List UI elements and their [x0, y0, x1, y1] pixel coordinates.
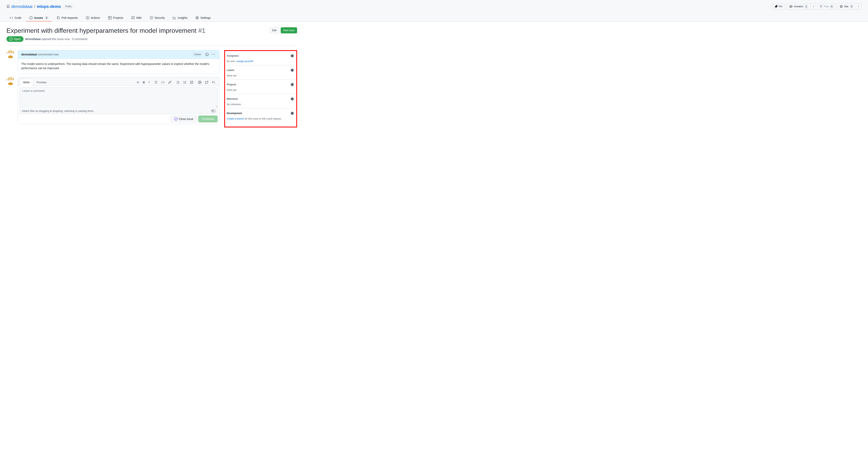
tab-actions[interactable]: Actions [83, 14, 103, 22]
pin-label: Pin [779, 4, 782, 8]
repo-icon [6, 5, 10, 8]
reference-tool[interactable] [204, 80, 209, 85]
assignees-prefix: No one— [227, 60, 237, 63]
milestone-body: No milestone [227, 103, 294, 106]
avatar[interactable] [6, 50, 14, 58]
fork-button-group: Fork 0 [818, 3, 835, 10]
main-column: demodataai commented now Owner [6, 50, 219, 127]
link-tool[interactable] [167, 80, 172, 85]
assign-yourself-link[interactable]: assign yourself [237, 60, 253, 63]
sidebar-milestone: Milestone No milestone [227, 94, 294, 108]
comment-box: demodataai commented now Owner [18, 50, 219, 74]
quote-icon [154, 81, 158, 84]
close-issue-button[interactable]: Close issue [171, 116, 197, 122]
comment-menu-button[interactable] [211, 52, 216, 57]
create-branch-link[interactable]: Create a branch [227, 117, 244, 120]
comment-time[interactable]: now [54, 53, 59, 56]
comment-actions: Close issue Comment [20, 114, 218, 122]
sidebar-development: Development Create a branch for this iss… [227, 108, 294, 123]
task-list-tool[interactable] [189, 80, 194, 85]
repo-name-link[interactable]: mlops-demo [37, 4, 61, 9]
close-issue-label: Close issue [179, 117, 193, 121]
editor-tabs: Write Preview [20, 79, 50, 86]
tab-projects[interactable]: Projects [105, 14, 127, 22]
divider [6, 45, 297, 45]
issue-meta-text: demodataai opened this issue now · 0 com… [25, 37, 87, 41]
comment-textarea[interactable] [20, 88, 218, 108]
bold-tool[interactable]: B [142, 80, 146, 85]
pin-button[interactable]: Pin [772, 3, 785, 9]
ol-tool[interactable] [182, 80, 187, 85]
code-tool[interactable] [160, 80, 165, 85]
graph-icon [173, 16, 176, 20]
add-reaction-button[interactable] [205, 52, 210, 57]
tab-code-label: Code [14, 16, 21, 20]
new-issue-button[interactable]: New issue [281, 27, 297, 33]
issue-open-icon [9, 37, 12, 41]
comment-button[interactable]: Comment [198, 116, 218, 122]
pull-request-icon [57, 16, 60, 20]
write-tab[interactable]: Write [20, 79, 33, 86]
fork-label: Fork [824, 4, 829, 8]
mention-tool[interactable] [197, 80, 202, 85]
tab-security-label: Security [155, 16, 165, 20]
repo-owner-link[interactable]: demodataai [11, 4, 33, 9]
repo-nav: Code Issues 1 Pull requests Actions Proj… [6, 14, 862, 22]
visibility-badge: Public [63, 5, 74, 8]
tab-settings[interactable]: Settings [192, 14, 214, 22]
development-gear[interactable] [290, 111, 294, 116]
checkbox-icon [190, 81, 193, 84]
edit-button[interactable]: Edit [270, 27, 279, 33]
comment-body: The model seems to underperform. The tra… [18, 59, 219, 74]
tab-wiki[interactable]: Wiki [128, 14, 145, 22]
star-dropdown[interactable] [856, 3, 862, 10]
tab-security[interactable]: Security [147, 14, 168, 22]
labels-gear[interactable] [290, 68, 294, 73]
comment-editor: Write Preview H B I [18, 77, 219, 124]
italic-tool[interactable]: I [148, 80, 150, 85]
tab-code[interactable]: Code [6, 14, 25, 22]
tab-insights-label: Insights [178, 16, 187, 20]
star-count: 0 [850, 4, 854, 9]
table-icon [108, 16, 112, 20]
repo-header: demodataai / mlops-demo Public Pin Unwat… [0, 0, 868, 22]
gear-icon [195, 16, 199, 20]
link-icon [168, 81, 172, 84]
fork-count: 0 [830, 4, 834, 9]
issue-meta-row: Open demodataai opened this issue now · … [6, 36, 297, 42]
preview-tab[interactable]: Preview [33, 79, 50, 86]
watch-dropdown[interactable] [811, 3, 816, 10]
kebab-icon [212, 53, 215, 56]
issue-closed-icon [174, 117, 178, 121]
mention-icon [198, 81, 202, 84]
saved-reply-tool[interactable] [211, 80, 216, 85]
heading-tool[interactable]: H [136, 80, 140, 85]
issue-title-text: Experiment with different hyperparameter… [6, 27, 196, 34]
comment-author[interactable]: demodataai [21, 53, 37, 56]
watch-button-group: Unwatch 1 [787, 3, 816, 10]
star-button[interactable]: Star 0 [837, 3, 856, 10]
ul-tool[interactable] [176, 80, 180, 85]
attach-hint[interactable]: Attach files by dragging & dropping, sel… [20, 108, 218, 114]
tab-insights[interactable]: Insights [169, 14, 191, 22]
caret-down-icon [812, 5, 814, 7]
avatar[interactable] [6, 77, 14, 85]
watch-count: 1 [804, 4, 808, 9]
quote-tool[interactable] [154, 80, 158, 85]
repo-actions: Pin Unwatch 1 Fork 0 [772, 3, 862, 10]
gear-icon [290, 112, 294, 115]
markdown-badge[interactable]: M↓ [211, 110, 215, 112]
issue-meta-author[interactable]: demodataai [25, 37, 41, 41]
unwatch-label: Unwatch [794, 4, 803, 8]
markdown-toolbar: H B I [136, 80, 218, 85]
tab-pulls[interactable]: Pull requests [54, 14, 81, 22]
milestone-gear[interactable] [290, 97, 294, 101]
repo-title-group: demodataai / mlops-demo Public [6, 4, 74, 9]
unwatch-button[interactable]: Unwatch 1 [787, 3, 811, 10]
tab-pulls-label: Pull requests [62, 16, 78, 20]
assignees-gear[interactable] [290, 54, 294, 58]
fork-button[interactable]: Fork 0 [818, 3, 835, 10]
smiley-icon [206, 53, 209, 56]
projects-gear[interactable] [290, 82, 294, 87]
tab-issues[interactable]: Issues 1 [26, 14, 52, 22]
